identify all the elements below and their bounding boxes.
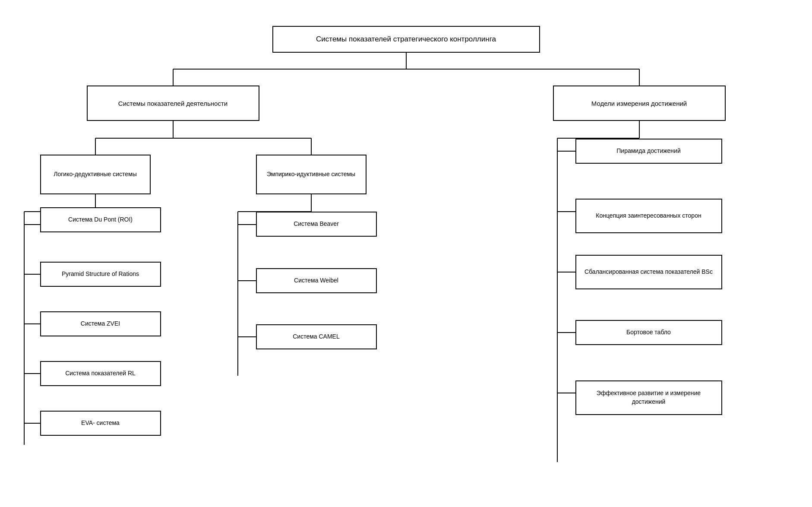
child-ll-1: Система Du Pont (ROI) [40,207,161,232]
child-r-2: Концепция заинтересованных сторон [575,199,722,233]
child-ll-4: Система показателей RL [40,361,161,386]
child-r-3: Сбалансированная система показателей BSc [575,255,722,289]
child-ll-2: Pyramid Structure of Rations [40,262,161,287]
child-r-1: Пирамида достижений [575,139,722,164]
diagram-container: Системы показателей стратегического конт… [9,13,803,505]
child-lm-1: Система Beaver [256,212,377,237]
l2-ll-node: Логико-дедуктивные системы [40,155,151,194]
child-r-5: Эффективное развитие и измерение достиже… [575,380,722,415]
l1-right-node: Модели измерения достижений [553,86,726,121]
child-ll-3: Система ZVEI [40,311,161,336]
child-lm-3: Система CAMEL [256,324,377,349]
child-lm-2: Система Weibel [256,268,377,293]
root-node: Системы показателей стратегического конт… [272,26,540,53]
l1-left-node: Системы показателей деятельности [87,86,259,121]
child-r-4: Бортовое табло [575,320,722,345]
l2-lm-node: Эмпирико-идуктивные системы [256,155,367,194]
child-ll-5: EVA- система [40,411,161,436]
